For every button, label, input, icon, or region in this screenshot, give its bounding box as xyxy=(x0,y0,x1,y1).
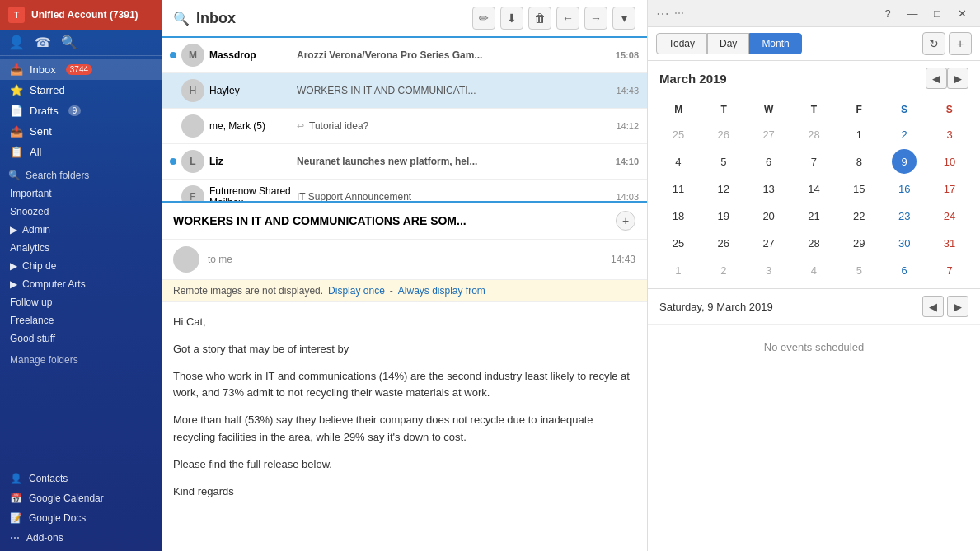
folder-snoozed-label: Snoozed xyxy=(10,206,49,217)
cal-day[interactable]: 27 xyxy=(757,231,781,255)
cal-day[interactable]: 2 xyxy=(892,122,917,147)
sidebar-item-inbox[interactable]: 📥 Inbox 3744 xyxy=(0,59,162,80)
cal-day[interactable]: 23 xyxy=(892,203,917,228)
sender-avatar xyxy=(173,246,199,273)
cal-day-today[interactable]: 9 xyxy=(892,149,917,174)
cal-day[interactable]: 28 xyxy=(801,231,826,255)
account-header[interactable]: T Unified Account (7391) xyxy=(0,0,162,30)
folder-good-stuff[interactable]: Good stuff xyxy=(0,329,162,348)
folder-admin[interactable]: ▶ Admin xyxy=(0,221,162,239)
sidebar-google-calendar[interactable]: 📅 Google Calendar xyxy=(0,488,162,508)
cal-day[interactable]: 3 xyxy=(757,258,781,283)
download-button[interactable]: ⬇ xyxy=(500,7,523,30)
cal-day[interactable]: 30 xyxy=(892,231,917,255)
prev-month-button[interactable]: ◀ xyxy=(926,68,947,89)
sidebar-item-all[interactable]: 📋 All xyxy=(0,142,162,162)
cal-day[interactable]: 7 xyxy=(801,149,826,174)
search-icon[interactable]: 🔍 xyxy=(61,35,77,50)
folder-chip-de[interactable]: ▶ Chip de xyxy=(0,257,162,275)
folder-follow-up[interactable]: Follow up xyxy=(0,293,162,311)
back-button[interactable]: ← xyxy=(556,7,579,30)
refresh-calendar-button[interactable]: ↻ xyxy=(922,32,945,55)
cal-day[interactable]: 7 xyxy=(937,258,962,283)
cal-day[interactable]: 27 xyxy=(757,122,781,147)
prev-day-button[interactable]: ◀ xyxy=(922,296,944,317)
email-to: to me xyxy=(208,254,232,265)
cal-day[interactable]: 10 xyxy=(937,149,962,174)
cal-day[interactable]: 1 xyxy=(846,122,871,147)
cal-day[interactable]: 19 xyxy=(711,203,736,228)
sidebar-item-drafts[interactable]: 📄 Drafts 9 xyxy=(0,100,162,121)
folder-important[interactable]: Important xyxy=(0,184,162,203)
contacts-icon[interactable]: ☎ xyxy=(35,35,51,50)
day-header-sat: S xyxy=(882,101,927,118)
cal-day[interactable]: 20 xyxy=(757,203,781,228)
sidebar-item-starred[interactable]: ⭐ Starred xyxy=(0,80,162,100)
sidebar-bottom: 👤 Contacts 📅 Google Calendar 📝 Google Do… xyxy=(0,465,162,551)
folder-computer-arts[interactable]: ▶ Computer Arts xyxy=(0,275,162,293)
cal-day[interactable]: 29 xyxy=(846,231,871,255)
sidebar-item-sent[interactable]: 📤 Sent xyxy=(0,121,162,142)
month-view-button[interactable]: Month xyxy=(749,33,801,54)
cal-day[interactable]: 11 xyxy=(666,176,691,201)
cal-day[interactable]: 14 xyxy=(801,176,826,201)
cal-day[interactable]: 16 xyxy=(892,176,917,201)
email-row[interactable]: L Liz Neuranet launches new platform, he… xyxy=(162,144,647,180)
restore-button[interactable]: □ xyxy=(927,3,947,23)
email-row[interactable]: F Futurenow Shared Mailbox IT Support An… xyxy=(162,180,647,203)
manage-folders[interactable]: Manage folders xyxy=(0,351,162,369)
folder-freelance[interactable]: Freelance xyxy=(0,311,162,329)
cal-day[interactable]: 26 xyxy=(711,122,736,147)
cal-day[interactable]: 3 xyxy=(937,122,962,147)
forward-button[interactable]: → xyxy=(584,7,607,30)
cal-day[interactable]: 5 xyxy=(846,258,871,283)
cal-day[interactable]: 8 xyxy=(846,149,871,174)
trash-button[interactable]: 🗑 xyxy=(528,7,551,30)
search-folders[interactable]: 🔍 Search folders xyxy=(0,166,162,184)
cal-day[interactable]: 4 xyxy=(666,149,691,174)
sidebar-contacts[interactable]: 👤 Contacts xyxy=(0,469,162,488)
cal-day[interactable]: 17 xyxy=(937,176,962,201)
minimize-button[interactable]: — xyxy=(903,3,922,23)
email-row[interactable]: me, Mark (5) ↩ Tutorial idea? 14:12 xyxy=(162,109,647,144)
cal-day[interactable]: 6 xyxy=(757,149,781,174)
next-month-button[interactable]: ▶ xyxy=(947,68,968,89)
sidebar-add-ons[interactable]: ⋯ Add-ons xyxy=(0,528,162,548)
add-event-button[interactable]: + xyxy=(949,32,972,55)
cal-day[interactable]: 24 xyxy=(937,203,962,228)
day-view-button[interactable]: Day xyxy=(707,33,749,54)
cal-day[interactable]: 5 xyxy=(711,149,736,174)
next-day-button[interactable]: ▶ xyxy=(947,296,968,317)
always-display-link[interactable]: Always display from xyxy=(398,285,485,297)
edit-button[interactable]: ✏ xyxy=(472,7,495,30)
cal-day[interactable]: 2 xyxy=(711,258,736,283)
email-row[interactable]: H Hayley WORKERS IN IT AND COMMUNICATI..… xyxy=(162,73,647,109)
cal-day[interactable]: 6 xyxy=(892,258,917,283)
display-once-link[interactable]: Display once xyxy=(328,285,385,297)
cal-day[interactable]: 25 xyxy=(666,122,691,147)
email-row[interactable]: M Massdrop Arozzi Verona/Verona Pro Seri… xyxy=(162,38,647,73)
avatar: H xyxy=(181,79,204,102)
folder-snoozed[interactable]: Snoozed xyxy=(0,203,162,221)
cal-day[interactable]: 21 xyxy=(801,203,826,228)
calendar-detail-date: Saturday, 9 March 2019 xyxy=(659,301,922,313)
add-to-event-button[interactable]: + xyxy=(616,211,635,231)
cal-day[interactable]: 15 xyxy=(846,176,871,201)
cal-day[interactable]: 28 xyxy=(801,122,826,147)
today-view-button[interactable]: Today xyxy=(656,33,707,54)
cal-day[interactable]: 22 xyxy=(846,203,871,228)
cal-day[interactable]: 31 xyxy=(937,231,962,255)
cal-day[interactable]: 12 xyxy=(711,176,736,201)
cal-day[interactable]: 1 xyxy=(666,258,691,283)
sidebar-google-docs[interactable]: 📝 Google Docs xyxy=(0,508,162,528)
cal-day[interactable]: 18 xyxy=(666,203,691,228)
more-button[interactable]: ▾ xyxy=(612,7,635,30)
cal-day[interactable]: 26 xyxy=(711,231,736,255)
folder-analytics[interactable]: Analytics xyxy=(0,239,162,257)
help-button[interactable]: ? xyxy=(878,3,898,23)
cal-day[interactable]: 13 xyxy=(757,176,781,201)
cal-day[interactable]: 4 xyxy=(801,258,826,283)
close-button[interactable]: ✕ xyxy=(952,3,972,23)
person-icon[interactable]: 👤 xyxy=(8,35,25,50)
cal-day[interactable]: 25 xyxy=(666,231,691,255)
